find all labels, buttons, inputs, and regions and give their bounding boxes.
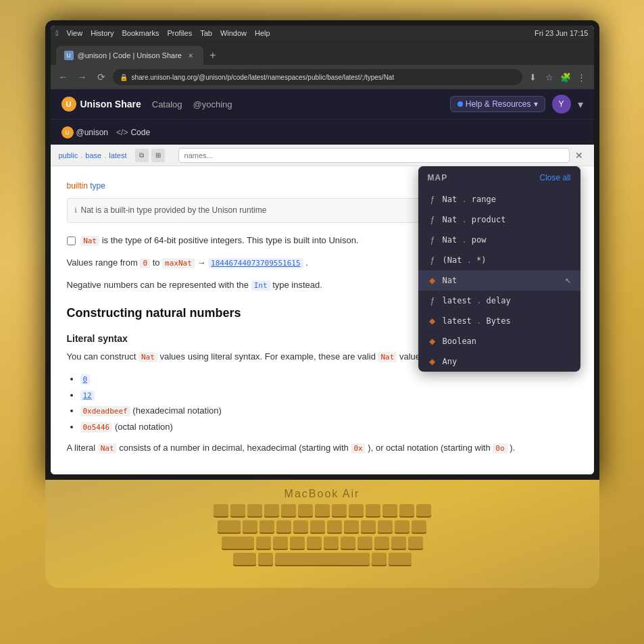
menubar-view[interactable]: View <box>67 29 83 37</box>
key[interactable] <box>395 520 410 532</box>
menubar-bookmarks[interactable]: Bookmarks <box>122 29 159 37</box>
menubar-tab[interactable]: Tab <box>200 29 212 37</box>
map-item-nat-pow[interactable]: ƒ Nat . pow <box>418 230 580 250</box>
maxval-link[interactable]: 18446744073709551615 <box>208 258 303 268</box>
bullet-octal-note: (octal notation) <box>115 422 173 432</box>
key[interactable] <box>361 520 376 532</box>
key-tab[interactable] <box>218 520 241 532</box>
breadcrumb-latest[interactable]: latest <box>109 151 126 159</box>
int-type-inline: Int <box>251 280 270 291</box>
key[interactable] <box>281 504 296 516</box>
key[interactable] <box>298 504 313 516</box>
unison-namespace-tag[interactable]: U @unison <box>61 126 109 139</box>
key[interactable] <box>372 553 387 565</box>
map-item-nat-product[interactable]: ƒ Nat . product <box>418 209 580 230</box>
list-item: 0o5446 (octal notation) <box>80 420 578 435</box>
key[interactable] <box>276 520 291 532</box>
key-space[interactable] <box>275 553 370 565</box>
breadcrumb-public[interactable]: public <box>59 151 78 159</box>
map-item-latest-bytes[interactable]: ◆ latest . Bytes <box>418 311 580 331</box>
user-avatar[interactable]: Y <box>552 95 571 114</box>
map-item-boolean[interactable]: ◆ Boolean <box>418 331 580 351</box>
key[interactable] <box>258 553 273 565</box>
key-shift-right[interactable] <box>389 553 412 565</box>
key[interactable] <box>290 537 305 549</box>
breadcrumb-action-button[interactable]: ⊞ <box>151 149 165 162</box>
negative-text-after: type instead. <box>272 280 322 290</box>
func-icon-0: ƒ <box>428 195 437 204</box>
notification-dot <box>457 101 463 107</box>
key-caps[interactable] <box>222 537 254 549</box>
key[interactable] <box>243 520 257 532</box>
address-bar[interactable]: 🔒 share.unison-lang.org/@unison/p/code/l… <box>113 69 522 85</box>
key-shift-left[interactable] <box>233 553 256 565</box>
key[interactable] <box>324 537 339 549</box>
key[interactable] <box>293 520 308 532</box>
help-resources-button[interactable]: Help & Resources ▾ <box>450 96 545 112</box>
menubar-history[interactable]: History <box>91 29 114 37</box>
apple-menu[interactable]:  <box>56 29 59 37</box>
download-icon[interactable]: ⬇ <box>526 70 540 84</box>
bullet-12[interactable]: 12 <box>80 391 95 401</box>
key[interactable] <box>399 504 414 516</box>
key[interactable] <box>408 537 423 549</box>
menubar-window[interactable]: Window <box>220 29 247 37</box>
bullet-0[interactable]: 0 <box>80 374 91 385</box>
map-item-any[interactable]: ◆ Any <box>418 351 580 372</box>
map-item-nat-mult[interactable]: ƒ (Nat . *) <box>418 250 580 270</box>
key[interactable] <box>374 537 389 549</box>
key[interactable] <box>349 504 364 516</box>
key[interactable] <box>357 537 372 549</box>
app-name: Unison Share <box>80 99 141 109</box>
map-item-nat[interactable]: ◆ Nat ↖ <box>418 270 580 291</box>
menu-icon[interactable]: ⋮ <box>575 70 589 84</box>
checkbox[interactable] <box>67 237 76 245</box>
namespace-search-input[interactable] <box>178 148 570 163</box>
back-button[interactable]: ← <box>56 70 71 84</box>
key[interactable] <box>382 504 397 516</box>
code-section-label[interactable]: </> Code <box>116 128 150 137</box>
map-item-label-4: Nat <box>443 276 457 285</box>
key[interactable] <box>412 520 426 532</box>
key[interactable] <box>332 504 347 516</box>
menubar-help[interactable]: Help <box>255 29 270 37</box>
key[interactable] <box>264 504 279 516</box>
key[interactable] <box>247 504 262 516</box>
key[interactable] <box>259 520 274 532</box>
close-all-button[interactable]: Close all <box>539 173 570 182</box>
key[interactable] <box>378 520 393 532</box>
arrow-sym: → <box>197 257 205 268</box>
namespace-label: @unison <box>76 128 109 137</box>
key[interactable] <box>214 504 228 516</box>
close-panel-button[interactable]: ✕ <box>572 150 586 161</box>
new-tab-button[interactable]: + <box>203 46 222 65</box>
breadcrumb-base[interactable]: base <box>85 151 101 159</box>
key[interactable] <box>341 537 355 549</box>
key[interactable] <box>307 537 322 549</box>
map-item-latest-delay[interactable]: ƒ latest . delay <box>418 291 580 311</box>
reload-button[interactable]: ⟳ <box>94 70 109 84</box>
tab-close-button[interactable]: ✕ <box>186 51 195 60</box>
key[interactable] <box>366 504 380 516</box>
key[interactable] <box>230 504 245 516</box>
map-item-nat-range[interactable]: ƒ Nat . range <box>418 189 580 209</box>
user-link[interactable]: @yoching <box>193 99 232 109</box>
app-logo[interactable]: U Unison Share <box>61 97 141 112</box>
key[interactable] <box>416 504 431 516</box>
key[interactable] <box>310 520 325 532</box>
key[interactable] <box>391 537 406 549</box>
menubar-profiles[interactable]: Profiles <box>167 29 192 37</box>
catalog-link[interactable]: Catalog <box>152 99 182 109</box>
browser-tab-active[interactable]: U @unison | Code | Unison Share ✕ <box>56 46 203 65</box>
user-menu-chevron[interactable]: ▾ <box>578 98 583 111</box>
forward-button[interactable]: → <box>75 70 90 84</box>
copy-breadcrumb-button[interactable]: ⧉ <box>135 149 149 162</box>
key[interactable] <box>344 520 359 532</box>
extensions-icon[interactable]: 🧩 <box>559 70 572 84</box>
key[interactable] <box>327 520 342 532</box>
bookmark-icon[interactable]: ☆ <box>543 70 556 84</box>
key[interactable] <box>273 537 288 549</box>
func-icon-5: ƒ <box>428 296 437 305</box>
key[interactable] <box>256 537 271 549</box>
key[interactable] <box>315 504 330 516</box>
